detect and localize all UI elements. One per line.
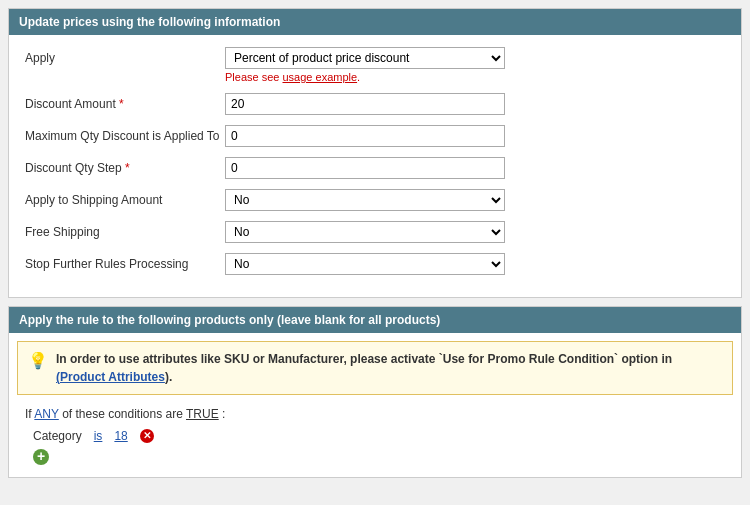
free-shipping-field: No Yes	[225, 221, 725, 243]
true-label: TRUE	[186, 407, 219, 421]
update-prices-body: Apply Percent of product price discount …	[9, 35, 741, 297]
free-shipping-row: Free Shipping No Yes	[25, 221, 725, 243]
any-link[interactable]: ANY	[34, 407, 58, 421]
apply-shipping-label: Apply to Shipping Amount	[25, 189, 225, 207]
info-box-text: In order to use attributes like SKU or M…	[56, 350, 722, 386]
max-qty-label: Maximum Qty Discount is Applied To	[25, 125, 225, 143]
stop-rules-field: No Yes	[225, 253, 725, 275]
stop-rules-select[interactable]: No Yes	[225, 253, 505, 275]
apply-rule-title: Apply the rule to the following products…	[19, 313, 440, 327]
usage-example-link[interactable]: usage example	[282, 71, 357, 83]
free-shipping-label: Free Shipping	[25, 221, 225, 239]
info-box-strong: In order to use attributes like SKU or M…	[56, 352, 672, 384]
condition-row: Category is 18 ✕	[25, 429, 725, 443]
stop-rules-label: Stop Further Rules Processing	[25, 253, 225, 271]
update-prices-header: Update prices using the following inform…	[9, 9, 741, 35]
free-shipping-select[interactable]: No Yes	[225, 221, 505, 243]
discount-amount-field	[225, 93, 725, 115]
apply-shipping-field: No Yes	[225, 189, 725, 211]
discount-amount-label: Discount Amount *	[25, 93, 225, 111]
apply-rule-header: Apply the rule to the following products…	[9, 307, 741, 333]
discount-amount-row: Discount Amount *	[25, 93, 725, 115]
max-qty-input[interactable]	[225, 125, 505, 147]
apply-shipping-select[interactable]: No Yes	[225, 189, 505, 211]
discount-qty-step-field	[225, 157, 725, 179]
update-prices-title: Update prices using the following inform…	[19, 15, 280, 29]
condition-value-link[interactable]: 18	[114, 429, 127, 443]
conditions-area: If ANY of these conditions are TRUE : Ca…	[9, 407, 741, 477]
apply-label: Apply	[25, 47, 225, 65]
apply-rule-section: Apply the rule to the following products…	[8, 306, 742, 478]
info-box: 💡 In order to use attributes like SKU or…	[17, 341, 733, 395]
add-condition-icon[interactable]: +	[33, 449, 49, 465]
add-condition-row: +	[25, 449, 725, 465]
discount-amount-required: *	[119, 97, 124, 111]
bulb-icon: 💡	[28, 351, 48, 370]
discount-qty-step-required: *	[125, 161, 130, 175]
update-prices-section: Update prices using the following inform…	[8, 8, 742, 298]
apply-select[interactable]: Percent of product price discount Fixed …	[225, 47, 505, 69]
remove-condition-icon[interactable]: ✕	[140, 429, 154, 443]
apply-shipping-row: Apply to Shipping Amount No Yes	[25, 189, 725, 211]
stop-rules-row: Stop Further Rules Processing No Yes	[25, 253, 725, 275]
apply-row: Apply Percent of product price discount …	[25, 47, 725, 83]
discount-qty-step-row: Discount Qty Step *	[25, 157, 725, 179]
discount-qty-step-input[interactable]	[225, 157, 505, 179]
max-qty-field	[225, 125, 725, 147]
max-qty-row: Maximum Qty Discount is Applied To	[25, 125, 725, 147]
condition-field: Category	[33, 429, 82, 443]
apply-field: Percent of product price discount Fixed …	[225, 47, 725, 83]
conditions-text: If ANY of these conditions are TRUE :	[25, 407, 725, 421]
usage-note: Please see usage example.	[225, 71, 725, 83]
condition-operator-link[interactable]: is	[94, 429, 103, 443]
discount-amount-input[interactable]	[225, 93, 505, 115]
product-attributes-link[interactable]: (Product Attributes	[56, 370, 165, 384]
discount-qty-step-label: Discount Qty Step *	[25, 157, 225, 175]
